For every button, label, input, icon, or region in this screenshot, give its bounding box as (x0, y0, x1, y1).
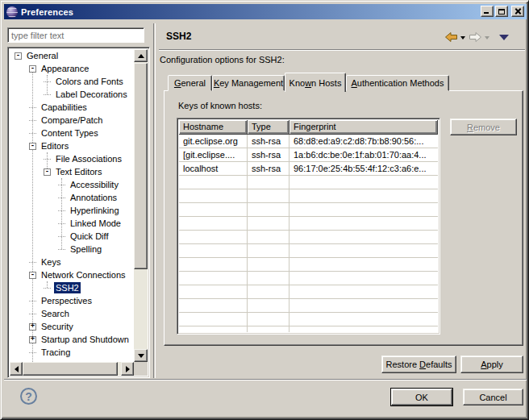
title-bar[interactable]: Preferences (4, 4, 527, 19)
tree-item-colors-and-fonts[interactable]: Colors and Fonts (10, 75, 134, 88)
tree-item-appearance[interactable]: -Appearance (10, 62, 134, 75)
forward-history-dropdown-icon[interactable] (485, 36, 489, 40)
tree-connector (58, 249, 65, 250)
tree-item-label: Appearance (40, 63, 90, 74)
tab-general[interactable]: General (168, 75, 212, 91)
tree-item-quick-diff[interactable]: Quick Diff (10, 230, 134, 243)
back-history-dropdown-icon[interactable] (460, 36, 465, 40)
preferences-tree: -General -Appearance Colors and Fonts La… (7, 47, 150, 378)
tree-item-label: Text Editors (54, 166, 103, 177)
tree-item-label-decorations[interactable]: Label Decorations (10, 88, 134, 101)
tree-horizontal-scrollbar[interactable] (10, 362, 134, 376)
tree-connector (44, 159, 51, 160)
ok-button[interactable]: OK (391, 389, 452, 405)
collapse-icon[interactable]: - (44, 168, 51, 176)
tab-key-management[interactable]: Key Management (212, 75, 285, 91)
back-button[interactable] (444, 31, 458, 44)
tree-connector (29, 120, 36, 121)
tree-connector (44, 94, 51, 95)
tab-known-hosts[interactable]: Known Hosts (285, 73, 346, 92)
scroll-left-button[interactable] (10, 362, 23, 376)
tree-item-label: Search (40, 308, 71, 319)
tree-item-label: File Associations (54, 153, 123, 164)
cell-type: ssh-rsa (248, 135, 289, 148)
window-title: Preferences (21, 7, 73, 17)
table-row[interactable]: localhost ssh-rsa 96:17:0e:25:4b:55:4f:1… (179, 162, 438, 176)
cell-hostname: [git.eclipse.... (179, 148, 248, 162)
tree-item-content-types[interactable]: Content Types (10, 127, 134, 139)
tree-connector (58, 210, 65, 211)
tree-connector (29, 262, 36, 263)
maximize-button[interactable] (495, 6, 508, 17)
minimize-button[interactable] (481, 6, 494, 17)
tree-item-network-connections[interactable]: -Network Connections (10, 268, 134, 281)
horizontal-scroll-thumb[interactable] (23, 362, 118, 376)
tree-item-search[interactable]: Search (10, 307, 134, 320)
table-row[interactable]: [git.eclipse.... ssh-rsa 1a:b6:dc:be:0e:… (179, 148, 438, 162)
tree-item-file-associations[interactable]: File Associations (10, 152, 134, 165)
scroll-up-button[interactable] (134, 49, 148, 62)
cancel-button[interactable]: Cancel (463, 389, 523, 405)
filter-input[interactable] (7, 27, 144, 43)
tree-item-tracing[interactable]: Tracing (10, 346, 134, 359)
tree-item-text-editors[interactable]: -Text Editors (10, 165, 134, 178)
collapse-icon[interactable]: - (29, 143, 36, 150)
tree-item-label: Perspectives (40, 295, 94, 306)
tree-item-label: Annotations (69, 192, 119, 203)
column-header-hostname[interactable]: Hostname (179, 120, 248, 135)
scroll-down-button[interactable] (134, 349, 148, 362)
scroll-right-icon (126, 366, 130, 372)
expand-icon[interactable]: + (29, 323, 36, 331)
tree-item-hyperlinking[interactable]: Hyperlinking (10, 204, 134, 217)
collapse-icon[interactable]: - (29, 272, 36, 279)
table-row[interactable]: git.eclipse.org ssh-rsa 68:d8:ed:a9:c2:d… (179, 135, 438, 148)
collapse-icon[interactable]: - (15, 52, 22, 60)
tree-item-general[interactable]: -General (10, 49, 134, 62)
close-button[interactable] (511, 6, 524, 17)
tree-item-capabilities[interactable]: Capabilities (10, 101, 134, 114)
tree-item-compare-patch[interactable]: Compare/Patch (10, 114, 134, 127)
tab-authentication-methods[interactable]: Authentication Methods (346, 75, 449, 91)
tree-item-annotations[interactable]: Annotations (10, 191, 134, 204)
expand-icon[interactable]: + (29, 336, 36, 343)
tree-item-keys[interactable]: Keys (10, 256, 134, 268)
tree-item-label: Hyperlinking (69, 205, 121, 216)
remove-button[interactable]: Remove (450, 119, 517, 135)
panel-divider[interactable] (153, 23, 156, 378)
tree-item-label: Linked Mode (69, 218, 123, 229)
apply-button[interactable]: Apply (460, 356, 523, 373)
page-title: SSH2 (166, 31, 191, 42)
tree-vertical-scrollbar[interactable] (134, 49, 148, 362)
tree-connector (58, 198, 65, 198)
footer-separator (4, 379, 527, 380)
tree-connector (29, 314, 36, 314)
tree-item-label: Security (40, 321, 75, 332)
help-button[interactable]: ? (20, 388, 37, 405)
tree-item-label: Keys (40, 256, 62, 268)
tree-item-accessibility[interactable]: Accessibility (10, 178, 134, 191)
tree-item-spelling[interactable]: Spelling (10, 243, 134, 256)
page-description: Configuration options for SSH2: (160, 55, 285, 64)
tree-viewport: -General -Appearance Colors and Fonts La… (10, 49, 134, 362)
tree-connector (58, 236, 65, 237)
cell-hostname: localhost (179, 162, 248, 176)
column-header-type[interactable]: Type (248, 120, 289, 135)
tree-item-linked-mode[interactable]: Linked Mode (10, 217, 134, 230)
tree-connector (44, 81, 51, 82)
tree-item-editors[interactable]: -Editors (10, 139, 134, 152)
tree-item-label: Compare/Patch (40, 114, 104, 126)
preferences-dialog: Preferences -General -Appearance Colors … (0, 0, 529, 420)
header-separator (159, 49, 525, 51)
tree-item-perspectives[interactable]: Perspectives (10, 294, 134, 307)
vertical-scroll-thumb[interactable] (134, 63, 148, 269)
collapse-icon[interactable]: - (29, 65, 36, 73)
scroll-right-button[interactable] (121, 362, 134, 376)
tree-item-startup-and-shutdown[interactable]: +Startup and Shutdown (10, 333, 134, 346)
scroll-up-icon (138, 54, 144, 58)
forward-button-disabled[interactable] (469, 31, 482, 44)
restore-defaults-button[interactable]: Restore Defaults (381, 356, 456, 373)
view-menu-icon[interactable] (499, 35, 509, 40)
tree-item-ssh2[interactable]: SSH2 (10, 281, 134, 294)
tree-item-security[interactable]: +Security (10, 320, 134, 333)
column-header-fingerprint[interactable]: Fingerprint (289, 120, 438, 135)
